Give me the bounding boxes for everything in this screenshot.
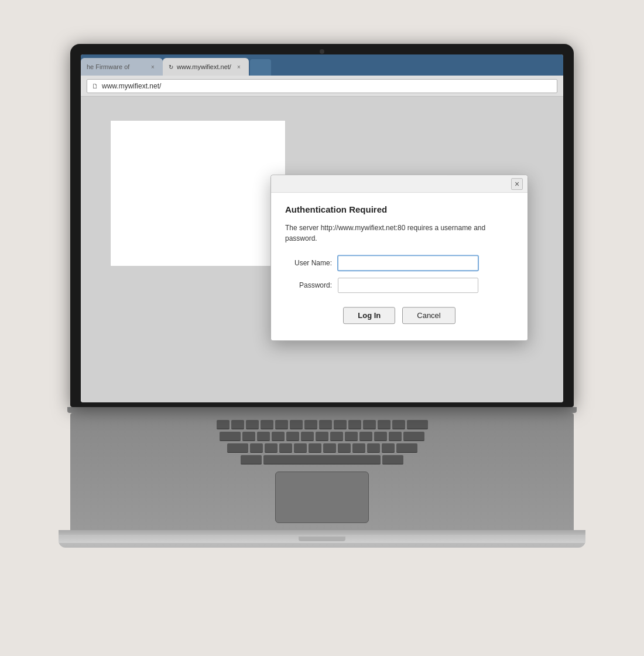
keyboard-row-2: [220, 432, 424, 441]
laptop-keyboard: [70, 413, 574, 530]
tab-mywifiext-label: www.mywifiext.net/: [177, 63, 231, 70]
laptop-hinge: [67, 407, 577, 413]
spacebar-key: [263, 455, 381, 464]
address-url: www.mywifiext.net/: [102, 82, 161, 90]
key: [301, 432, 314, 441]
laptop-bottom-bar: [59, 535, 585, 543]
key: [334, 420, 347, 429]
username-row: User Name:: [285, 255, 513, 271]
keyboard-row-4: [241, 455, 403, 464]
key: [250, 443, 263, 453]
cancel-button[interactable]: Cancel: [402, 307, 455, 324]
key: [319, 420, 332, 429]
key: [290, 420, 303, 429]
key: [330, 432, 343, 441]
key: [392, 420, 405, 429]
key: [246, 420, 259, 429]
key: [241, 455, 262, 464]
tab-extra: [250, 59, 271, 76]
bottom-notch: [299, 537, 345, 541]
laptop: he Firmware of × ↻ www.mywifiext.net/ × …: [59, 44, 585, 612]
address-input[interactable]: 🗋 www.mywifiext.net/: [87, 79, 557, 93]
password-input[interactable]: [338, 278, 478, 293]
key: [279, 443, 292, 453]
key: [231, 420, 244, 429]
key: [382, 443, 395, 453]
login-button[interactable]: Log In: [343, 307, 395, 324]
key: [359, 432, 372, 441]
key: [286, 432, 299, 441]
key: [257, 432, 270, 441]
password-row: Password:: [285, 278, 513, 293]
address-bar: 🗋 www.mywifiext.net/: [81, 76, 563, 97]
dialog-titlebar: ×: [271, 175, 527, 193]
tab-mywifiext[interactable]: ↻ www.mywifiext.net/ ×: [163, 58, 249, 76]
key: [378, 420, 390, 429]
laptop-base: [59, 530, 585, 548]
tab-firmware-label: he Firmware of: [87, 63, 145, 70]
tab-firmware-close[interactable]: ×: [149, 63, 157, 71]
auth-dialog: × Authentication Required The server htt…: [270, 175, 528, 341]
browser-window: he Firmware of × ↻ www.mywifiext.net/ × …: [81, 54, 563, 402]
key: [265, 443, 278, 453]
key: [323, 443, 336, 453]
key: [316, 432, 328, 441]
key: [367, 443, 380, 453]
key: [217, 420, 229, 429]
page-icon: 🗋: [92, 83, 98, 90]
key: [242, 432, 255, 441]
dialog-form: User Name: Password:: [285, 255, 513, 293]
browser-content: × Authentication Required The server htt…: [81, 97, 563, 402]
camera: [320, 49, 324, 54]
dialog-title: Authentication Required: [285, 204, 513, 214]
key: [382, 455, 403, 464]
key: [363, 420, 376, 429]
username-label: User Name:: [285, 259, 332, 267]
key: [272, 432, 285, 441]
key: [396, 443, 417, 453]
key: [304, 420, 317, 429]
key: [389, 432, 402, 441]
dialog-close-button[interactable]: ×: [511, 178, 523, 190]
key: [338, 443, 351, 453]
key: [348, 420, 361, 429]
laptop-screen: he Firmware of × ↻ www.mywifiext.net/ × …: [70, 44, 574, 407]
key: [275, 420, 288, 429]
username-input[interactable]: [338, 255, 478, 271]
browser-tabbar: he Firmware of × ↻ www.mywifiext.net/ ×: [81, 54, 563, 76]
key: [220, 432, 241, 441]
dialog-buttons: Log In Cancel: [285, 307, 513, 329]
dialog-body: Authentication Required The server http:…: [271, 193, 527, 340]
keyboard-row-1: [217, 420, 428, 429]
key: [261, 420, 273, 429]
trackpad[interactable]: [275, 472, 369, 523]
key: [407, 420, 428, 429]
dialog-message: The server http://www.mywifiext.net:80 r…: [285, 223, 513, 244]
tab-firmware[interactable]: he Firmware of ×: [81, 58, 163, 76]
key: [309, 443, 321, 453]
key: [352, 443, 365, 453]
key: [374, 432, 387, 441]
key: [294, 443, 307, 453]
key: [403, 432, 424, 441]
tab-mywifiext-icon: ↻: [169, 64, 173, 70]
keyboard-row-3: [227, 443, 417, 453]
key: [227, 443, 248, 453]
tab-mywifiext-close[interactable]: ×: [235, 63, 243, 71]
page-background: [110, 120, 286, 266]
password-label: Password:: [285, 281, 332, 289]
key: [345, 432, 358, 441]
